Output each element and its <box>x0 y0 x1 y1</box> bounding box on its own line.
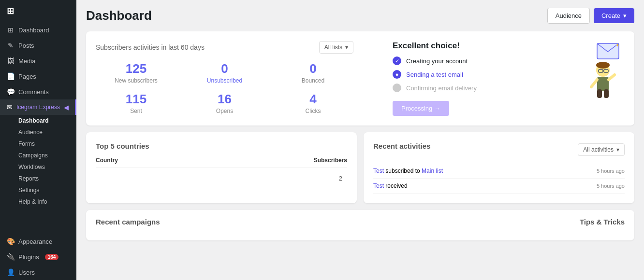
posts-icon: ✎ <box>7 42 15 49</box>
excellent-content: Excellent choice! ✓ Creating your accoun… <box>393 41 576 116</box>
sidebar-item-pages[interactable]: 📄 Pages <box>0 69 76 84</box>
activity-filter-label: All activities <box>583 146 614 153</box>
countries-title: Top 5 countries <box>96 142 347 150</box>
subscribers-left: Subscribers activities in last 60 days A… <box>86 31 363 126</box>
icegram-label: Icegram Express <box>16 104 60 111</box>
sidebar-sub-dashboard[interactable]: Dashboard <box>0 115 76 126</box>
sidebar-sub-audience[interactable]: Audience <box>0 126 76 138</box>
opens-number: 16 <box>184 92 265 107</box>
sidebar-sub-campaigns[interactable]: Campaigns <box>0 150 76 161</box>
sub-campaigns-label: Campaigns <box>18 152 48 159</box>
sent-label: Sent <box>96 108 176 114</box>
excellent-card: Excellent choice! ✓ Creating your accoun… <box>383 31 634 126</box>
sidebar-item-plugins[interactable]: 🔌 Plugins 164 <box>0 249 76 265</box>
plugins-label: Plugins <box>18 253 39 261</box>
activity-filter-dropdown[interactable]: All activities ▾ <box>578 143 625 156</box>
country-value <box>96 175 339 182</box>
stat-sent: 115 Sent <box>96 92 176 114</box>
sidebar-sub-workflows[interactable]: Workflows <box>0 161 76 173</box>
sidebar-item-dashboard-wp[interactable]: ⊞ Dashboard <box>0 22 76 38</box>
sidebar-item-label: Dashboard <box>18 27 49 34</box>
opens-label: Opens <box>184 108 265 114</box>
activity-text-1: Test subscribed to Main list <box>373 168 443 174</box>
create-button[interactable]: Create ▾ <box>594 8 634 23</box>
sidebar: ⊞ ⊞ Dashboard ✎ Posts 🖼 Media 📄 Pages 💬 … <box>0 0 76 280</box>
sub-help-label: Help & Info <box>18 198 47 205</box>
plugins-badge: 164 <box>45 254 59 260</box>
activity-text-2: Test received <box>373 182 408 189</box>
icegram-icon: ✉ <box>7 103 13 111</box>
bottom-row: Top 5 countries Country Subscribers 2 Re… <box>86 132 634 210</box>
sidebar-sub-reports[interactable]: Reports <box>0 173 76 184</box>
activity-time-1: 5 hours ago <box>597 168 625 174</box>
icegram-arrow-icon: ◀ <box>64 104 69 111</box>
stat-unsubscribed: 0 Unsubscribed <box>184 61 265 84</box>
activity-item-2: Test received 5 hours ago <box>373 179 625 194</box>
subscribers-count: 2 <box>339 175 347 182</box>
sidebar-item-users[interactable]: 👤 Users <box>0 265 76 280</box>
svg-rect-10 <box>597 89 602 98</box>
sidebar-sub-help[interactable]: Help & Info <box>0 196 76 208</box>
table-row: 2 <box>96 172 347 185</box>
countries-table-header: Country Subscribers <box>96 157 347 168</box>
wp-logo-icon: ⊞ <box>7 6 14 16</box>
all-lists-chevron-icon: ▾ <box>345 44 348 51</box>
sidebar-item-media[interactable]: 🖼 Media <box>0 53 76 69</box>
activity-link-main[interactable]: Main list <box>422 168 443 174</box>
appearance-icon: 🎨 <box>7 238 15 245</box>
sub-dashboard-label: Dashboard <box>18 117 49 124</box>
stat-clicks: 4 Clicks <box>273 92 353 114</box>
sub-settings-label: Settings <box>18 187 39 194</box>
character-illustration: ✦ <box>581 41 625 99</box>
audience-button[interactable]: Audience <box>547 8 590 24</box>
media-icon: 🖼 <box>7 57 15 65</box>
sidebar-item-comments[interactable]: 💬 Comments <box>0 84 76 99</box>
sub-audience-label: Audience <box>18 129 43 136</box>
all-lists-dropdown[interactable]: All lists ▾ <box>319 41 353 54</box>
checklist-creating-account: ✓ Creating your account <box>393 56 576 65</box>
appearance-label: Appearance <box>18 238 52 245</box>
check-pending-icon <box>393 84 401 92</box>
subscribers-section: Subscribers activities in last 60 days A… <box>86 31 634 126</box>
sidebar-item-posts[interactable]: ✎ Posts <box>0 38 76 53</box>
country-col-header: Country <box>96 157 314 164</box>
activity-time-2: 5 hours ago <box>597 183 625 189</box>
checklist-text-creating: Creating your account <box>406 57 468 65</box>
dashboard-icon: ⊞ <box>7 26 15 34</box>
create-label: Create <box>601 12 620 19</box>
users-label: Users <box>18 269 35 276</box>
sidebar-item-icegram[interactable]: ✉ Icegram Express ◀ <box>0 99 76 115</box>
bounced-number: 0 <box>273 61 353 76</box>
recent-campaigns-title: Recent campaigns <box>96 218 160 226</box>
subscribers-title: Subscribers activities in last 60 days <box>96 43 205 51</box>
checklist-text-test[interactable]: Sending a test email <box>406 71 463 78</box>
pages-icon: 📄 <box>7 72 15 80</box>
users-icon: 👤 <box>7 268 15 276</box>
clicks-number: 4 <box>273 92 353 107</box>
activity-link-test-1[interactable]: Test <box>373 168 384 174</box>
header-actions: Audience Create ▾ <box>547 8 634 24</box>
unsubscribed-label[interactable]: Unsubscribed <box>184 77 265 84</box>
processing-button[interactable]: Processing → <box>393 101 449 116</box>
tips-tricks-title: Tips & Tricks <box>580 218 625 233</box>
activities-card: Recent activities All activities ▾ Test … <box>364 132 634 203</box>
activity-middle-1: subscribed to <box>385 168 422 174</box>
new-subs-label: New subscribers <box>96 77 176 84</box>
activity-middle-2: received <box>385 182 407 189</box>
sidebar-sub-settings[interactable]: Settings <box>0 184 76 196</box>
clicks-label: Clicks <box>273 108 353 114</box>
recent-campaigns-card: Recent campaigns Tips & Tricks <box>86 210 634 240</box>
activity-link-test-2[interactable]: Test <box>373 182 384 189</box>
sidebar-sub-forms[interactable]: Forms <box>0 138 76 150</box>
sidebar-item-appearance[interactable]: 🎨 Appearance <box>0 234 76 249</box>
page-header: Dashboard Audience Create ▾ <box>86 8 634 24</box>
sidebar-item-label: Media <box>18 57 35 65</box>
sent-number: 115 <box>96 92 176 107</box>
activities-title: Recent activities <box>373 142 430 150</box>
checklist-test-email: ● Sending a test email <box>393 70 576 79</box>
sub-forms-label: Forms <box>18 140 35 147</box>
sub-workflows-label: Workflows <box>18 164 45 170</box>
wp-logo: ⊞ <box>0 0 76 22</box>
svg-rect-11 <box>604 89 609 98</box>
activity-filter-chevron-icon: ▾ <box>616 146 619 153</box>
